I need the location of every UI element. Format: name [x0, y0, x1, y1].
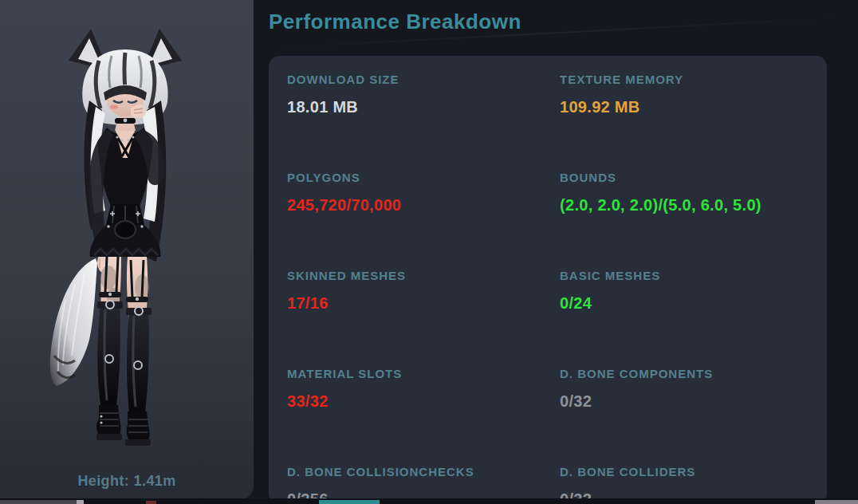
stat-value: 109.92 MB: [560, 97, 823, 116]
stat-label: TEXTURE MEMORY: [560, 73, 823, 87]
stat-skinned-meshes: SKINNED MESHES 17/16: [287, 269, 550, 313]
stat-label: POLYGONS: [287, 171, 550, 185]
stat-label: BOUNDS: [560, 171, 823, 185]
bottom-bar-segment-teal: [319, 500, 380, 504]
bottom-bar-segment: [146, 501, 156, 504]
stat-basic-meshes: BASIC MESHES 0/24: [560, 269, 823, 313]
stat-texture-memory: TEXTURE MEMORY 109.92 MB: [560, 73, 823, 116]
stat-label: DOWNLOAD SIZE: [287, 73, 550, 87]
bottom-bar-segment: [815, 500, 858, 504]
stat-value: 0/24: [560, 293, 823, 313]
stat-label: BASIC MESHES: [560, 269, 823, 283]
avatar-illustration: [41, 21, 209, 455]
performance-breakdown-screen: Height: 1.41m Performance Breakdown DOWN…: [0, 0, 858, 504]
stat-value: 17/16: [287, 293, 550, 313]
stat-value: 18.01 MB: [287, 97, 550, 116]
avatar-preview-image: [41, 21, 209, 455]
stat-label: D. BONE COMPONENTS: [560, 367, 823, 381]
bottom-edge-strip: [0, 498, 858, 504]
stat-download-size: DOWNLOAD SIZE 18.01 MB: [287, 73, 550, 116]
stat-label: D. BONE COLLIDERS: [560, 465, 823, 479]
stat-value: 33/32: [287, 392, 550, 411]
bottom-bar-segment: [77, 500, 84, 504]
performance-stats-card: DOWNLOAD SIZE 18.01 MB TEXTURE MEMORY 10…: [269, 56, 827, 504]
stat-label: MATERIAL SLOTS: [287, 367, 550, 381]
stat-value: 245,720/70,000: [287, 195, 550, 215]
stat-value: (2.0, 2.0, 2.0)/(5.0, 6.0, 5.0): [560, 195, 823, 215]
stat-material-slots: MATERIAL SLOTS 33/32: [287, 367, 550, 411]
page-title: Performance Breakdown: [269, 10, 521, 34]
bottom-bar-segment: [0, 500, 77, 504]
stat-bounds: BOUNDS (2.0, 2.0, 2.0)/(5.0, 6.0, 5.0): [560, 171, 823, 215]
stat-value: 0/32: [560, 392, 823, 411]
stat-label: SKINNED MESHES: [287, 269, 550, 283]
stat-label: D. BONE COLLISIONCHECKS: [287, 465, 550, 479]
stat-polygons: POLYGONS 245,720/70,000: [287, 171, 550, 215]
avatar-preview-panel[interactable]: Height: 1.41m: [0, 0, 254, 499]
avatar-height-label: Height: 1.41m: [0, 473, 254, 490]
stat-dbone-components: D. BONE COMPONENTS 0/32: [560, 367, 823, 411]
